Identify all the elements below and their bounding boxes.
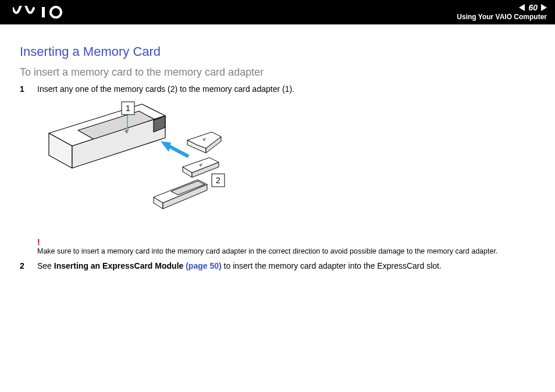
- svg-marker-9: [161, 141, 171, 152]
- step-text: See Inserting an ExpressCard Module (pag…: [37, 261, 535, 270]
- prev-page-arrow-icon[interactable]: [519, 4, 525, 11]
- page-content: Inserting a Memory Card To insert a memo…: [0, 24, 555, 270]
- page-number: 60: [528, 3, 538, 12]
- svg-point-1: [51, 7, 61, 17]
- header-right: 60 Using Your VAIO Computer: [457, 3, 547, 22]
- figure-memory-card-adapter: 1 2: [37, 98, 535, 232]
- step2-text-a: See: [37, 261, 54, 270]
- vaio-logo-svg: [13, 6, 69, 19]
- step-number: 1: [20, 84, 28, 94]
- warning-text: Make sure to insert a memory card into t…: [37, 247, 535, 255]
- callout-2-label: 2: [216, 176, 220, 185]
- step-1: 1 Insert any one of the memory cards (2)…: [20, 84, 535, 94]
- step-text: Insert any one of the memory cards (2) t…: [37, 84, 535, 94]
- page-nav: 60: [457, 3, 547, 12]
- callout-2: 2: [212, 174, 225, 187]
- diagram-svg: 1 2: [37, 98, 235, 232]
- vaio-logo: [13, 6, 69, 19]
- svg-rect-0: [42, 7, 45, 17]
- callout-1-label: 1: [126, 104, 130, 113]
- page-header: 60 Using Your VAIO Computer: [0, 0, 555, 24]
- breadcrumb[interactable]: Using Your VAIO Computer: [457, 13, 547, 21]
- next-page-arrow-icon[interactable]: [541, 4, 547, 11]
- page-title: Inserting a Memory Card: [20, 44, 535, 59]
- xref-page-link[interactable]: (page 50): [186, 261, 221, 270]
- step-2: 2 See Inserting an ExpressCard Module (p…: [20, 261, 535, 270]
- xref-link-bold: Inserting an ExpressCard Module: [54, 261, 186, 270]
- step2-text-b: to insert the memory card adapter into t…: [222, 261, 442, 270]
- step-number: 2: [20, 261, 28, 270]
- warning-icon: !: [37, 238, 535, 246]
- warning-block: ! Make sure to insert a memory card into…: [37, 238, 535, 255]
- section-subtitle: To insert a memory card to the memory ca…: [20, 66, 535, 79]
